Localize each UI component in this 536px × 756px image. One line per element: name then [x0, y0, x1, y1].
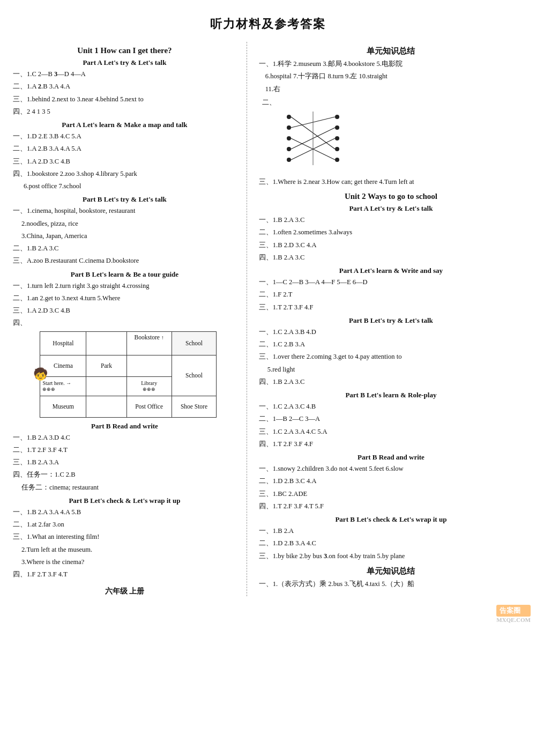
- r-partcheck-l1: 一、1.B 2.A: [259, 525, 525, 537]
- partcheck-title: Part B Let's check & Let's wrap it up: [11, 496, 239, 505]
- partcheck-line4: 2.Turn left at the museum.: [21, 544, 239, 555]
- partrw-line3: 三、1.B 2.A 3.A: [13, 457, 239, 468]
- r-partrw-l4: 四、1.T 2.F 3.F 4.T 5.F: [259, 501, 525, 512]
- r-parta1-l2: 二、1.often 2.sometimes 3.always: [259, 227, 525, 238]
- summary-line1: 一、1.科学 2.museum 3.邮局 4.bookstore 5.电影院: [259, 58, 525, 70]
- r-parta2-l1: 一、1—C 2—B 3—A 4—F 5—E 6—D: [259, 277, 525, 288]
- partb2-line1: 一、1.turn left 2.turn right 3.go straight…: [13, 280, 239, 292]
- r-partb1-l3: 三、1.over there 2.coming 3.get to 4.pay a…: [259, 351, 525, 362]
- r-partcheck-l3: 三、1.by bike 2.by bus 3.on foot 4.by trai…: [259, 551, 525, 562]
- partrw-line1: 一、1.B 2.A 3.D 4.C: [13, 432, 239, 443]
- r-partb1-l4: 5.red light: [267, 364, 525, 375]
- partb1-line4: 二、1.B 2.A 3.C: [13, 243, 239, 254]
- r-partb2-l1: 一、1.C 2.A 3.C 4.B: [259, 401, 525, 412]
- partb2-line4: 四、: [13, 317, 239, 329]
- svg-point-9: [335, 158, 339, 162]
- partrw-line2: 二、1.T 2.F 3.F 4.T: [13, 444, 239, 456]
- parta2-line1: 一、1.D 2.E 3.B 4.C 5.A: [13, 131, 239, 142]
- r-partcheck-l2: 二、1.D 2.B 3.A 4.C: [259, 538, 525, 549]
- r-parta1-l4: 四、1.B 2.A 3.C: [259, 252, 525, 263]
- r-parta1-l1: 一、1.B 2.A 3.C: [259, 214, 525, 226]
- partb1-line2: 2.noodles, pizza, rice: [21, 218, 239, 229]
- partb2-line3: 三、1.A 2.D 3.C 4.B: [13, 305, 239, 316]
- svg-point-7: [335, 136, 339, 140]
- partb1-title: Part B Let's try & Let's talk: [11, 195, 239, 204]
- r-partrw-l1: 一、1.snowy 2.children 3.do not 4.went 5.f…: [259, 463, 525, 475]
- main-title: 听力材料及参考答案: [11, 16, 525, 32]
- r-partrw-l3: 三、1.BC 2.ADE: [259, 488, 525, 500]
- svg-point-8: [335, 147, 339, 151]
- r-parta1-l3: 三、1.B 2.D 3.C 4.A: [259, 240, 525, 251]
- summary2-title: 单元知识总结: [257, 566, 525, 576]
- r-partb2-l3: 三、1.C 2.A 3.A 4.C 5.A: [259, 426, 525, 438]
- parta2-line2: 二、1.A 2.B 3.A 4.A 5.A: [13, 143, 239, 154]
- unit2-title: Unit 2 Ways to go to school: [257, 192, 525, 201]
- summary-line2: 6.hospital 7.十字路口 8.turn 9.左 10.straight: [265, 71, 525, 82]
- r-partrw-l2: 二、1.D 2.B 3.C 4.A: [259, 476, 525, 487]
- parta1-line3: 三、1.behind 2.next to 3.near 4.behind 5.n…: [13, 94, 239, 105]
- partb1-line1: 一、1.cinema, hospital, bookstore, restaur…: [13, 205, 239, 217]
- svg-point-4: [287, 158, 291, 162]
- svg-point-6: [335, 125, 339, 130]
- summary-title: 单元知识总结: [257, 46, 525, 56]
- svg-point-0: [287, 115, 291, 119]
- partcheck-line6: 四、1.F 2.T 3.F 4.T: [13, 569, 239, 580]
- r-parta2-l2: 二、1.F 2.T: [259, 289, 525, 300]
- summary-line4: 三、1.Where is 2.near 3.How can; get there…: [259, 176, 525, 188]
- parta1-line1: 一、1.C 2—B 3—D 4—A: [13, 69, 239, 80]
- r-partb2-l4: 四、1.T 2.F 3.F 4.F: [259, 439, 525, 450]
- partb2-line2: 二、1.an 2.get to 3.next 4.turn 5.Where: [13, 293, 239, 304]
- right-column: 单元知识总结 一、1.科学 2.museum 3.邮局 4.bookstore …: [247, 42, 525, 596]
- parta2-line4: 四、1.bookstore 2.zoo 3.shop 4.library 5.p…: [13, 168, 239, 180]
- r-partb1-l5: 四、1.B 2.A 3.C: [259, 376, 525, 388]
- map-diagram: 🧒 Hospital Bookstore ↑ School Cinema Par…: [11, 331, 239, 418]
- parta2-line3: 三、1.A 2.D 3.C 4.B: [13, 156, 239, 167]
- parta2-title: Part A Let's learn & Make a map and talk: [11, 121, 239, 129]
- r-partb1-l2: 二、1.C 2.B 3.A: [259, 339, 525, 350]
- partrw-title: Part B Read and write: [11, 422, 239, 431]
- r-parta2-title: Part A Let's learn & Write and say: [257, 266, 525, 275]
- svg-point-1: [287, 125, 291, 130]
- partrw-line4: 四、任务一：1.C 2.B: [13, 469, 239, 480]
- left-column: Unit 1 How can I get there? Part A Let's…: [11, 42, 247, 596]
- partb1-line5: 三、A.zoo B.restaurant C.cinema D.bookstor…: [13, 255, 239, 266]
- svg-point-2: [287, 136, 291, 140]
- watermark: 告案圈 MXQE.COM: [496, 605, 531, 623]
- svg-point-5: [335, 115, 339, 119]
- parta1-title: Part A Let's try & Let's talk: [11, 58, 239, 67]
- svg-point-3: [287, 147, 291, 151]
- r-partb1-l1: 一、1.C 2.A 3.B 4.D: [259, 327, 525, 338]
- parta1-line4: 四、2 4 1 3 5: [13, 106, 239, 117]
- grade-label: 六年级 上册: [11, 587, 239, 596]
- parta1-line2: 二、1.A 2.B 3.A 4.A: [13, 81, 239, 92]
- partb2-title: Part B Let's learn & Be a tour guide: [11, 270, 239, 279]
- partb1-line3: 3.China, Japan, America: [21, 231, 239, 242]
- r-partb2-title: Part B Let's learn & Role-play: [257, 391, 525, 399]
- partcheck-line5: 3.Where is the cinema?: [21, 557, 239, 568]
- partcheck-line3: 三、1.What an interesting film!: [13, 531, 239, 543]
- unit1-title: Unit 1 How can I get there?: [11, 46, 239, 55]
- r-partcheck-title: Part B Let's check & Let's wrap it up: [257, 515, 525, 524]
- partcheck-line1: 一、1.B 2.A 3.A 4.A 5.B: [13, 507, 239, 518]
- r-partrw-title: Part B Read and write: [257, 453, 525, 462]
- partrw-line5: 任务二：cinema; restaurant: [21, 482, 239, 493]
- r-parta1-title: Part A Let's try & Let's talk: [257, 204, 525, 213]
- partcheck-line2: 二、1.at 2.far 3.on: [13, 519, 239, 530]
- r-partb2-l2: 二、1—B 2—C 3—A: [259, 413, 525, 425]
- r-parta2-l3: 三、1.T 2.T 3.F 4.F: [259, 302, 525, 313]
- summary2-l1: 一、1.（表示方式）乘 2.bus 3.飞机 4.taxi 5.（大）船: [259, 579, 525, 590]
- dot-diagram: 二、: [262, 98, 525, 173]
- r-partb1-title: Part B Let's try & Let's talk: [257, 316, 525, 325]
- parta2-line5: 6.post office 7.school: [24, 181, 239, 192]
- summary-line3: 11.右: [265, 84, 525, 95]
